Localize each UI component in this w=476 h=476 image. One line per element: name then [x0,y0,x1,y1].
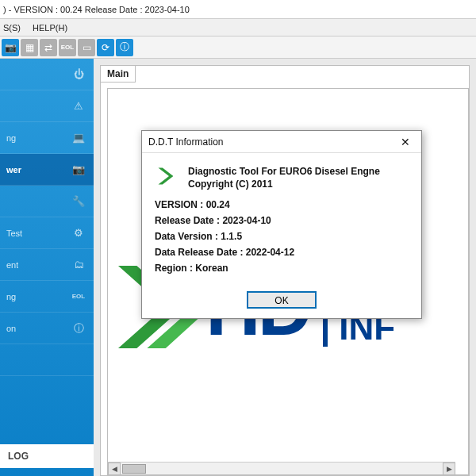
sidebar-item-monitor[interactable]: ng 💻 [0,122,94,154]
wrench-icon: 🔧 [70,193,87,210]
dialog-copyright: Copyright (C) 2011 [188,178,380,190]
dialog-release-date: Release Date : 2023-04-10 [155,215,409,226]
window-titlebar: ) - VERSION : 00.24 Release Date : 2023-… [0,0,476,19]
scrollbar-thumb[interactable] [122,464,146,474]
dialog-region: Region : Korean [155,263,409,274]
sidebar-item-management[interactable]: ent 🗂 [0,249,94,281]
toolbar-camera-button[interactable]: 📷 [2,39,19,56]
monitor-icon: 💻 [70,129,87,147]
sidebar-item-power[interactable]: ⏻ [0,59,94,90]
scroll-right-arrow-icon[interactable]: ▶ [443,463,455,475]
sidebar-item-eol[interactable]: ng EOL [0,281,94,313]
menubar: S(S) HELP(H) [0,19,476,36]
toolbar-refresh-button[interactable]: ⟳ [97,39,114,56]
info-icon: ⓘ [70,320,87,337]
dialog-description-line1: Diagnostic Tool For EURO6 Disesel Engne [188,166,380,177]
dialog-version: VERSION : 00.24 [155,199,409,210]
horizontal-scrollbar[interactable]: ◀ ▶ [108,462,455,474]
folder-icon: 🗂 [70,256,87,274]
menu-item-s[interactable]: S(S) [3,23,21,33]
dialog-title: D.D.T Information [148,131,223,153]
sidebar-item-label: ng [6,292,16,301]
blank-icon [70,351,87,369]
sidebar-item-empty[interactable] [0,344,94,376]
about-dialog: D.D.T Information ✕ Diagnostic Tool For … [141,130,422,319]
sidebar-item-label: ng [6,133,16,143]
eol-icon: EOL [70,288,87,305]
sidebar-item-camera[interactable]: wer 📷 [0,154,94,186]
sidebar-item-label: on [6,324,16,333]
sidebar-item-label: Test [6,228,22,238]
toolbar-eol-button[interactable]: EOL [59,39,76,56]
toolbar-panel-button[interactable]: ▭ [78,39,95,56]
dialog-titlebar: D.D.T Information ✕ [142,131,421,153]
toolbar-grid-button[interactable]: ▦ [21,39,38,56]
ok-button[interactable]: OK [247,291,317,309]
dialog-data-release-date: Data Release Date : 2022-04-12 [155,247,409,258]
close-icon[interactable]: ✕ [396,131,415,153]
sidebar-log-label: LOG [8,451,29,462]
app-logo-icon [155,164,178,190]
sidebar-item-info[interactable]: on ⓘ [0,313,94,344]
camera-icon: 📷 [70,161,87,178]
sidebar-item-label: wer [6,165,21,175]
dialog-body: Diagnostic Tool For EURO6 Disesel Engne … [142,153,421,286]
sidebar-log-section[interactable]: LOG [0,444,94,468]
sidebar-item-warning[interactable]: ⚠ [0,90,94,122]
sidebar-item-test[interactable]: Test ⚙ [0,217,94,249]
toolbar: 📷 ▦ ⇄ EOL ▭ ⟳ ⓘ [0,36,476,59]
sidebar-item-tools[interactable]: 🔧 [0,186,94,217]
sidebar-item-label: ent [6,260,18,270]
window-title: ) - VERSION : 00.24 Release Date : 2023-… [3,5,190,14]
panel-title: Main [101,66,136,83]
scroll-left-arrow-icon[interactable]: ◀ [108,463,121,475]
gear-icon: ⚙ [70,225,87,242]
svg-marker-2 [159,168,174,185]
menu-item-help[interactable]: HELP(H) [33,23,67,33]
power-icon: ⏻ [70,66,87,83]
warning-icon: ⚠ [70,98,87,115]
toolbar-link-button[interactable]: ⇄ [40,39,57,56]
sidebar: ⏻ ⚠ ng 💻 wer 📷 🔧 Test ⚙ ent 🗂 ng EOL [0,59,94,476]
dialog-data-version: Data Version : 1.1.5 [155,231,409,242]
toolbar-info-button[interactable]: ⓘ [116,39,133,56]
